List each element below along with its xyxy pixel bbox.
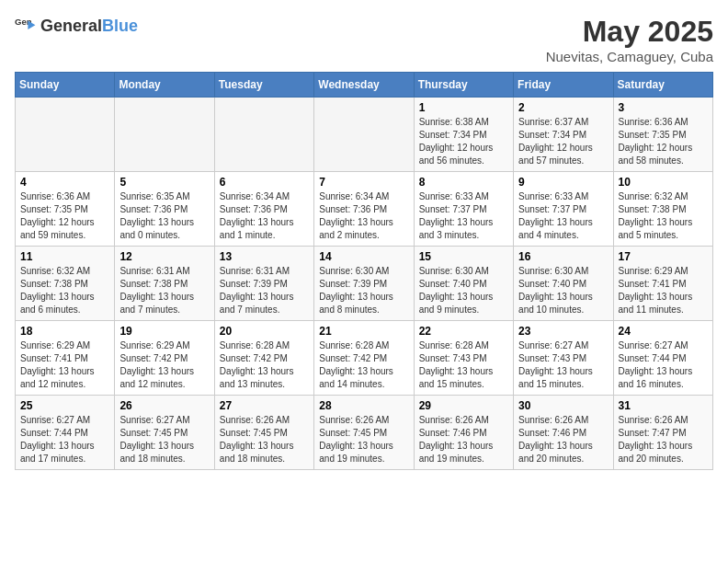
day-info: Sunrise: 6:26 AM Sunset: 7:45 PM Dayligh…: [220, 414, 309, 465]
col-header-friday: Friday: [514, 73, 613, 98]
day-info: Sunrise: 6:33 AM Sunset: 7:37 PM Dayligh…: [518, 190, 608, 242]
logo: Gen GeneralBlue: [15, 15, 138, 37]
day-number: 9: [518, 176, 608, 189]
day-number: 22: [419, 325, 508, 338]
day-info: Sunrise: 6:37 AM Sunset: 7:34 PM Dayligh…: [518, 116, 608, 167]
calendar-cell: [16, 98, 115, 172]
calendar-cell: 25Sunrise: 6:27 AM Sunset: 7:44 PM Dayli…: [16, 396, 115, 470]
calendar-cell: 14Sunrise: 6:30 AM Sunset: 7:39 PM Dayli…: [314, 247, 414, 321]
calendar-cell: 31Sunrise: 6:26 AM Sunset: 7:47 PM Dayli…: [613, 396, 712, 470]
day-number: 5: [119, 176, 209, 189]
day-info: Sunrise: 6:32 AM Sunset: 7:38 PM Dayligh…: [619, 190, 708, 242]
calendar-week-4: 18Sunrise: 6:29 AM Sunset: 7:41 PM Dayli…: [16, 321, 713, 396]
calendar-cell: [115, 98, 214, 172]
day-number: 29: [419, 399, 508, 412]
calendar-cell: 2Sunrise: 6:37 AM Sunset: 7:34 PM Daylig…: [514, 98, 613, 172]
day-info: Sunrise: 6:27 AM Sunset: 7:44 PM Dayligh…: [20, 414, 109, 465]
calendar-table: SundayMondayTuesdayWednesdayThursdayFrid…: [15, 72, 713, 470]
day-info: Sunrise: 6:30 AM Sunset: 7:39 PM Dayligh…: [319, 265, 408, 316]
calendar-cell: 19Sunrise: 6:29 AM Sunset: 7:42 PM Dayli…: [115, 321, 214, 396]
day-info: Sunrise: 6:38 AM Sunset: 7:34 PM Dayligh…: [419, 116, 508, 167]
location-subtitle: Nuevitas, Camaguey, Cuba: [546, 49, 713, 64]
day-number: 31: [619, 399, 708, 412]
day-info: Sunrise: 6:28 AM Sunset: 7:43 PM Dayligh…: [419, 339, 508, 391]
calendar-header-row: SundayMondayTuesdayWednesdayThursdayFrid…: [16, 73, 713, 98]
day-info: Sunrise: 6:31 AM Sunset: 7:38 PM Dayligh…: [119, 265, 209, 316]
day-info: Sunrise: 6:32 AM Sunset: 7:38 PM Dayligh…: [20, 265, 109, 316]
calendar-cell: [214, 98, 313, 172]
day-info: Sunrise: 6:27 AM Sunset: 7:45 PM Dayligh…: [119, 414, 209, 465]
day-number: 7: [319, 176, 408, 189]
day-info: Sunrise: 6:30 AM Sunset: 7:40 PM Dayligh…: [518, 265, 608, 316]
day-info: Sunrise: 6:29 AM Sunset: 7:41 PM Dayligh…: [619, 265, 708, 316]
calendar-cell: 15Sunrise: 6:30 AM Sunset: 7:40 PM Dayli…: [414, 247, 513, 321]
calendar-cell: 17Sunrise: 6:29 AM Sunset: 7:41 PM Dayli…: [613, 247, 712, 321]
day-number: 14: [319, 250, 408, 263]
logo-blue-text: Blue: [102, 17, 138, 35]
calendar-week-5: 25Sunrise: 6:27 AM Sunset: 7:44 PM Dayli…: [16, 396, 713, 470]
day-info: Sunrise: 6:30 AM Sunset: 7:40 PM Dayligh…: [419, 265, 508, 316]
day-number: 4: [20, 176, 109, 189]
calendar-cell: 12Sunrise: 6:31 AM Sunset: 7:38 PM Dayli…: [115, 247, 214, 321]
calendar-cell: 16Sunrise: 6:30 AM Sunset: 7:40 PM Dayli…: [514, 247, 613, 321]
calendar-cell: [314, 98, 414, 172]
calendar-cell: 24Sunrise: 6:27 AM Sunset: 7:44 PM Dayli…: [613, 321, 712, 396]
calendar-cell: 22Sunrise: 6:28 AM Sunset: 7:43 PM Dayli…: [414, 321, 513, 396]
day-info: Sunrise: 6:35 AM Sunset: 7:36 PM Dayligh…: [119, 190, 209, 242]
day-info: Sunrise: 6:26 AM Sunset: 7:46 PM Dayligh…: [419, 414, 508, 465]
title-block: May 2025 Nuevitas, Camaguey, Cuba: [546, 15, 713, 64]
day-info: Sunrise: 6:28 AM Sunset: 7:42 PM Dayligh…: [220, 339, 309, 391]
col-header-monday: Monday: [115, 73, 214, 98]
calendar-week-2: 4Sunrise: 6:36 AM Sunset: 7:35 PM Daylig…: [16, 172, 713, 247]
day-info: Sunrise: 6:36 AM Sunset: 7:35 PM Dayligh…: [20, 190, 109, 242]
col-header-tuesday: Tuesday: [214, 73, 313, 98]
calendar-week-3: 11Sunrise: 6:32 AM Sunset: 7:38 PM Dayli…: [16, 247, 713, 321]
day-number: 19: [119, 325, 209, 338]
day-info: Sunrise: 6:34 AM Sunset: 7:36 PM Dayligh…: [319, 190, 408, 242]
col-header-thursday: Thursday: [414, 73, 513, 98]
calendar-cell: 4Sunrise: 6:36 AM Sunset: 7:35 PM Daylig…: [16, 172, 115, 247]
col-header-sunday: Sunday: [16, 73, 115, 98]
day-info: Sunrise: 6:33 AM Sunset: 7:37 PM Dayligh…: [419, 190, 508, 242]
day-number: 15: [419, 250, 508, 263]
calendar-cell: 7Sunrise: 6:34 AM Sunset: 7:36 PM Daylig…: [314, 172, 414, 247]
col-header-saturday: Saturday: [613, 73, 712, 98]
day-info: Sunrise: 6:26 AM Sunset: 7:47 PM Dayligh…: [619, 414, 708, 465]
day-number: 26: [119, 399, 209, 412]
calendar-cell: 11Sunrise: 6:32 AM Sunset: 7:38 PM Dayli…: [16, 247, 115, 321]
calendar-cell: 18Sunrise: 6:29 AM Sunset: 7:41 PM Dayli…: [16, 321, 115, 396]
day-number: 25: [20, 399, 109, 412]
day-info: Sunrise: 6:31 AM Sunset: 7:39 PM Dayligh…: [220, 265, 309, 316]
day-info: Sunrise: 6:26 AM Sunset: 7:45 PM Dayligh…: [319, 414, 408, 465]
calendar-cell: 30Sunrise: 6:26 AM Sunset: 7:46 PM Dayli…: [514, 396, 613, 470]
day-info: Sunrise: 6:27 AM Sunset: 7:44 PM Dayligh…: [619, 339, 708, 391]
day-number: 17: [619, 250, 708, 263]
day-number: 16: [518, 250, 608, 263]
day-number: 13: [220, 250, 309, 263]
page-header: Gen GeneralBlue May 2025 Nuevitas, Camag…: [15, 15, 713, 64]
day-number: 12: [119, 250, 209, 263]
day-number: 8: [419, 176, 508, 189]
calendar-cell: 6Sunrise: 6:34 AM Sunset: 7:36 PM Daylig…: [214, 172, 313, 247]
col-header-wednesday: Wednesday: [314, 73, 414, 98]
day-number: 27: [220, 399, 309, 412]
calendar-cell: 28Sunrise: 6:26 AM Sunset: 7:45 PM Dayli…: [314, 396, 414, 470]
month-year-title: May 2025: [546, 15, 713, 49]
calendar-cell: 13Sunrise: 6:31 AM Sunset: 7:39 PM Dayli…: [214, 247, 313, 321]
calendar-cell: 5Sunrise: 6:35 AM Sunset: 7:36 PM Daylig…: [115, 172, 214, 247]
day-number: 18: [20, 325, 109, 338]
calendar-cell: 1Sunrise: 6:38 AM Sunset: 7:34 PM Daylig…: [414, 98, 513, 172]
day-info: Sunrise: 6:29 AM Sunset: 7:42 PM Dayligh…: [119, 339, 209, 391]
day-number: 2: [518, 101, 608, 114]
calendar-cell: 29Sunrise: 6:26 AM Sunset: 7:46 PM Dayli…: [414, 396, 513, 470]
day-number: 20: [220, 325, 309, 338]
calendar-cell: 26Sunrise: 6:27 AM Sunset: 7:45 PM Dayli…: [115, 396, 214, 470]
calendar-cell: 21Sunrise: 6:28 AM Sunset: 7:42 PM Dayli…: [314, 321, 414, 396]
calendar-cell: 27Sunrise: 6:26 AM Sunset: 7:45 PM Dayli…: [214, 396, 313, 470]
logo-general-text: General: [40, 17, 102, 35]
day-number: 3: [619, 101, 708, 114]
day-number: 24: [619, 325, 708, 338]
calendar-week-1: 1Sunrise: 6:38 AM Sunset: 7:34 PM Daylig…: [16, 98, 713, 172]
day-number: 10: [619, 176, 708, 189]
calendar-cell: 9Sunrise: 6:33 AM Sunset: 7:37 PM Daylig…: [514, 172, 613, 247]
